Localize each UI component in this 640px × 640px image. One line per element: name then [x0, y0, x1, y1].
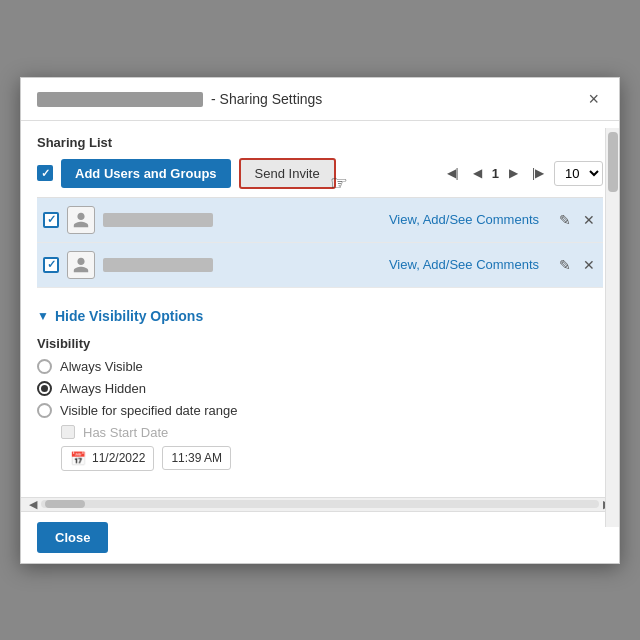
- scroll-track: [41, 500, 599, 508]
- radio-row-always-visible: Always Visible: [37, 359, 603, 374]
- user-list: View, Add/See Comments ✎ ✕ View, Add/See…: [37, 197, 603, 288]
- page-next-button[interactable]: ▶: [505, 164, 522, 182]
- radio-always-visible-label: Always Visible: [60, 359, 143, 374]
- page-prev-button[interactable]: ◀: [469, 164, 486, 182]
- radio-always-visible[interactable]: [37, 359, 52, 374]
- dialog-title: - Sharing Settings: [37, 91, 322, 107]
- user-1-permission: View, Add/See Comments: [389, 212, 539, 227]
- toggle-arrow-icon: ▼: [37, 309, 49, 323]
- dialog-footer: Close: [21, 511, 619, 563]
- sharing-list-label: Sharing List: [37, 135, 603, 150]
- has-start-date-row: Has Start Date: [61, 425, 603, 440]
- radio-date-range-label: Visible for specified date range: [60, 403, 238, 418]
- dialog-header: - Sharing Settings ×: [21, 78, 619, 121]
- time-input[interactable]: 11:39 AM: [162, 446, 231, 470]
- user-2-checkbox[interactable]: [43, 257, 59, 273]
- send-invite-button[interactable]: Send Invite ☞: [239, 158, 336, 189]
- visibility-label: Visibility: [37, 336, 603, 351]
- user-2-actions: ✎ ✕: [557, 255, 597, 275]
- scroll-thumb-vertical: [608, 132, 618, 192]
- user-2-permission: View, Add/See Comments: [389, 257, 539, 272]
- date-input[interactable]: 📅 11/2/2022: [61, 446, 154, 471]
- title-blurred-text: [37, 92, 203, 107]
- user-2-name: [103, 258, 213, 272]
- radio-date-range[interactable]: [37, 403, 52, 418]
- sharing-settings-dialog: - Sharing Settings × Sharing List Add Us…: [20, 77, 620, 564]
- user-1-actions: ✎ ✕: [557, 210, 597, 230]
- user-1-avatar: [67, 206, 95, 234]
- radio-always-hidden[interactable]: [37, 381, 52, 396]
- dialog-close-button[interactable]: ×: [584, 90, 603, 108]
- user-2-remove-button[interactable]: ✕: [581, 255, 597, 275]
- scroll-thumb: [45, 500, 85, 508]
- table-row: View, Add/See Comments ✎ ✕: [37, 243, 603, 288]
- time-value: 11:39 AM: [171, 451, 222, 465]
- title-suffix: - Sharing Settings: [207, 91, 322, 107]
- radio-row-always-hidden: Always Hidden: [37, 381, 603, 396]
- dialog-body: Sharing List Add Users and Groups Send I…: [21, 121, 619, 497]
- date-value: 11/2/2022: [92, 451, 145, 465]
- page-number: 1: [492, 166, 499, 181]
- page-last-button[interactable]: |▶: [528, 164, 548, 182]
- per-page-select[interactable]: 10 25 50: [554, 161, 603, 186]
- pagination-row: ◀| ◀ 1 ▶ |▶ 10 25 50: [443, 161, 603, 186]
- user-2-edit-button[interactable]: ✎: [557, 255, 573, 275]
- hide-visibility-label[interactable]: Hide Visibility Options: [55, 308, 203, 324]
- radio-always-hidden-label: Always Hidden: [60, 381, 146, 396]
- user-1-checkbox[interactable]: [43, 212, 59, 228]
- page-first-button[interactable]: ◀|: [443, 164, 463, 182]
- visibility-section: Visibility Always Visible Always Hidden …: [37, 336, 603, 471]
- has-start-date-checkbox[interactable]: [61, 425, 75, 439]
- scroll-left-button[interactable]: ◀: [25, 498, 41, 511]
- select-all-checkbox[interactable]: [37, 165, 53, 181]
- calendar-icon: 📅: [70, 451, 86, 466]
- user-2-avatar: [67, 251, 95, 279]
- radio-row-date-range: Visible for specified date range: [37, 403, 603, 418]
- cursor-hand-icon: ☞: [330, 171, 348, 195]
- add-users-button[interactable]: Add Users and Groups: [61, 159, 231, 188]
- close-button[interactable]: Close: [37, 522, 108, 553]
- has-start-date-label: Has Start Date: [83, 425, 168, 440]
- toolbar-row: Add Users and Groups Send Invite ☞ ◀| ◀ …: [37, 158, 603, 189]
- date-time-row: 📅 11/2/2022 11:39 AM: [61, 446, 603, 471]
- table-row: View, Add/See Comments ✎ ✕: [37, 198, 603, 243]
- visibility-toggle[interactable]: ▼ Hide Visibility Options: [37, 308, 603, 324]
- user-1-edit-button[interactable]: ✎: [557, 210, 573, 230]
- vertical-scrollbar: [605, 128, 619, 527]
- user-1-remove-button[interactable]: ✕: [581, 210, 597, 230]
- user-1-name: [103, 213, 213, 227]
- horizontal-scrollbar: ◀ ▶: [21, 497, 619, 511]
